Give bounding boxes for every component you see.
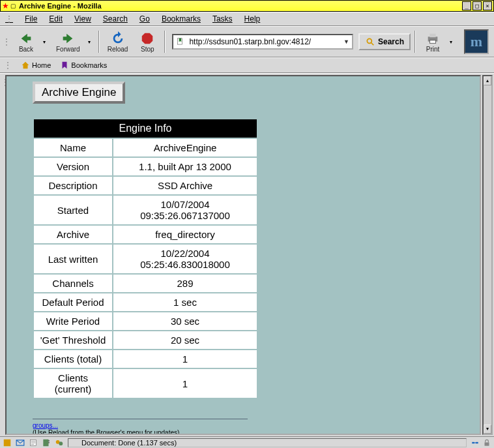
- url-input[interactable]: [188, 37, 341, 47]
- throbber-icon[interactable]: m: [464, 29, 489, 54]
- grip-icon[interactable]: ⋮: [4, 61, 12, 70]
- reload-button[interactable]: Reload: [104, 30, 132, 54]
- back-arrow-icon: [19, 31, 33, 46]
- grip-icon[interactable]: ⋮: [5, 14, 13, 23]
- scroll-down-button[interactable]: ▾: [484, 425, 491, 434]
- reload-label: Reload: [108, 46, 128, 53]
- svg-line-3: [371, 43, 374, 46]
- row-label: Name: [34, 139, 112, 157]
- addressbook-icon[interactable]: [42, 438, 51, 447]
- row-label: Version: [34, 158, 112, 175]
- forward-button[interactable]: Forward: [52, 30, 84, 54]
- status-bar: Document: Done (1.137 secs): [0, 436, 494, 448]
- menu-bar: ⋮ File Edit View Search Go Bookmarks Tas…: [0, 12, 494, 26]
- star-icon: ★: [2, 1, 9, 10]
- maximize-button[interactable]: □: [472, 1, 482, 10]
- bookmarks-button[interactable]: Bookmarks: [60, 61, 107, 70]
- mail-icon[interactable]: [16, 438, 25, 447]
- search-button[interactable]: Search: [358, 33, 411, 50]
- online-icon[interactable]: [471, 438, 480, 447]
- menu-help[interactable]: Help: [244, 14, 261, 23]
- table-row: Clients (current)1: [34, 369, 257, 398]
- stop-label: Stop: [141, 46, 154, 53]
- grip-icon[interactable]: ⋮: [3, 37, 10, 46]
- security-icon[interactable]: [482, 438, 491, 447]
- search-label: Search: [378, 37, 404, 46]
- table-row: Version1.1, built Apr 13 2000: [34, 158, 257, 175]
- bookmark-page-icon[interactable]: [176, 37, 185, 46]
- table-row: Default Period1 sec: [34, 293, 257, 311]
- table-row: DescriptionSSD Archive: [34, 177, 257, 194]
- svg-rect-5: [429, 33, 435, 37]
- status-message: Document: Done (1.137 secs): [68, 438, 467, 447]
- row-value: 10/07/2004 09:35:26.067137000: [113, 196, 257, 224]
- row-value: 289: [113, 275, 257, 292]
- svg-rect-11: [49, 440, 50, 441]
- menu-view[interactable]: View: [74, 14, 91, 23]
- svg-rect-16: [476, 441, 478, 443]
- table-row: Clients (total)1: [34, 350, 257, 368]
- back-button[interactable]: Back: [13, 30, 39, 54]
- table-header: Engine Info: [34, 119, 257, 138]
- row-label: Last written: [34, 245, 112, 273]
- print-dropdown[interactable]: ▾: [450, 39, 455, 45]
- print-label: Print: [426, 46, 440, 53]
- menu-go[interactable]: Go: [139, 14, 150, 23]
- back-dropdown[interactable]: ▾: [43, 39, 48, 45]
- url-dropdown[interactable]: ▼: [343, 38, 349, 45]
- print-icon: [426, 31, 440, 46]
- svg-point-2: [367, 38, 371, 43]
- bookmarks-label: Bookmarks: [71, 61, 107, 69]
- table-row: 'Get' Threshold20 sec: [34, 331, 257, 349]
- separator: [414, 31, 416, 53]
- title-bar: ★ ▢ Archive Engine - Mozilla _ □ ×: [0, 0, 494, 12]
- stop-button[interactable]: Stop: [134, 30, 160, 54]
- menu-edit[interactable]: Edit: [49, 14, 63, 23]
- svg-rect-15: [472, 441, 474, 443]
- reload-icon: [111, 31, 125, 46]
- url-bar[interactable]: ▼: [172, 34, 353, 50]
- forward-dropdown[interactable]: ▾: [88, 39, 93, 45]
- vertical-scrollbar[interactable]: ▴ ▾: [482, 75, 493, 435]
- toolbar: ⋮ Back ▾ Forward ▾ Reload Stop ▼ Search …: [0, 26, 494, 57]
- page-title: Archive Engine: [33, 82, 125, 104]
- print-button[interactable]: Print: [420, 30, 446, 54]
- row-value: 1: [113, 369, 257, 398]
- bookmarks-icon: [60, 61, 69, 70]
- navigator-icon[interactable]: [3, 438, 12, 447]
- home-label: Home: [32, 61, 51, 69]
- composer-icon[interactable]: [29, 438, 38, 447]
- minimize-button[interactable]: _: [462, 1, 471, 10]
- row-label: Default Period: [34, 293, 112, 311]
- chat-icon[interactable]: [55, 438, 64, 447]
- app-menu-icon[interactable]: ▢: [10, 3, 16, 9]
- scroll-up-button[interactable]: ▴: [484, 76, 491, 85]
- svg-marker-0: [142, 33, 153, 44]
- svg-rect-18: [485, 442, 489, 445]
- svg-rect-10: [43, 439, 48, 446]
- menu-file[interactable]: File: [25, 14, 37, 23]
- mozilla-m-icon: m: [471, 33, 482, 50]
- window-title: Archive Engine - Mozilla: [19, 2, 462, 10]
- svg-rect-6: [429, 40, 435, 43]
- row-label: Write Period: [34, 312, 112, 330]
- scroll-track[interactable]: [484, 85, 491, 425]
- row-value: 30 sec: [113, 312, 257, 330]
- table-row: Write Period30 sec: [34, 312, 257, 330]
- divider: [33, 419, 248, 419]
- stop-icon: [140, 31, 154, 46]
- row-label: Clients (total): [34, 350, 112, 368]
- svg-point-14: [59, 441, 63, 445]
- home-button[interactable]: Home: [21, 61, 51, 70]
- home-icon: [21, 61, 30, 70]
- menu-bookmarks[interactable]: Bookmarks: [162, 14, 201, 23]
- groups-link[interactable]: groups...: [33, 422, 58, 429]
- menu-search[interactable]: Search: [103, 14, 128, 23]
- page-content: Archive Engine Engine Info NameArchiveEn…: [5, 75, 481, 435]
- menu-tasks[interactable]: Tasks: [212, 14, 233, 23]
- row-label: Started: [34, 196, 112, 224]
- forward-label: Forward: [56, 46, 80, 53]
- page-footer: groups... (Use Reload from the Browser's…: [33, 419, 480, 435]
- row-label: Description: [34, 177, 112, 194]
- close-button[interactable]: ×: [483, 1, 492, 10]
